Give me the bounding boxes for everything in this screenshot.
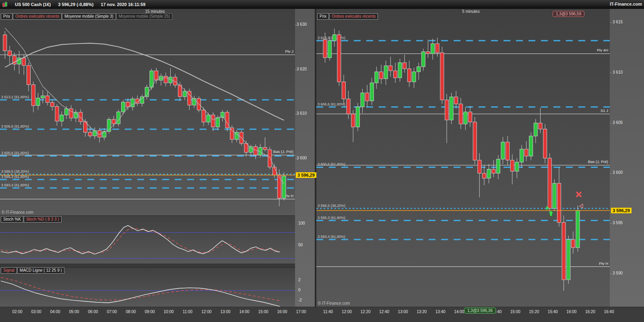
time-axis-tick: 12:20 (361, 310, 371, 314)
candle-down (436, 43, 439, 52)
price-axis-tick: 3 610 (613, 70, 623, 74)
candle-down (482, 173, 486, 178)
candle-up (501, 142, 505, 159)
candle-up (117, 112, 120, 124)
legend-item-prix[interactable]: Prix (317, 13, 329, 20)
price-axis-tick: 3 630 (297, 22, 307, 27)
candle-down (454, 97, 458, 104)
right-chart-legend: PrixOrdres exécutés récents (317, 13, 378, 20)
price-axis-tick: 3 590 (613, 271, 623, 275)
candle-up (361, 93, 364, 107)
close-position-marker[interactable] (577, 192, 581, 196)
candle-up (282, 176, 286, 198)
candle-up (398, 63, 402, 78)
candle-down (8, 51, 12, 56)
candle-down (562, 223, 566, 280)
indicator-axis-tick: 2 (298, 278, 301, 282)
candle-up (36, 98, 40, 106)
time-axis-tick: 16:00 (277, 310, 287, 314)
candle-up (221, 112, 224, 118)
right-price-plot (316, 29, 610, 291)
chart-canvas (0, 0, 644, 322)
time-axis-tick: 16:40 (604, 310, 614, 314)
candle-down (263, 147, 267, 150)
candle-down (394, 71, 397, 78)
title-bar: US 500 Cash (1€) 3 596,29 (-0,88%) 17 no… (0, 0, 644, 9)
indicator-axis-tick: 50 (298, 243, 303, 247)
candle-down (69, 109, 73, 118)
buy-arrow-marker[interactable] (549, 211, 553, 216)
candle-up (183, 91, 186, 97)
candle-down (365, 93, 369, 101)
candle-up (216, 118, 220, 127)
candle-up (534, 123, 537, 136)
time-axis-tick: 16:00 (566, 310, 576, 314)
candle-up (60, 115, 64, 122)
legend-item-ordres-ex-cut-s-r-cents[interactable]: Ordres exécutés récents (13, 13, 62, 20)
candle-up (487, 169, 491, 178)
candles (323, 29, 580, 291)
legend-item-signal[interactable]: Signal (1, 267, 17, 274)
candle-down (27, 66, 31, 85)
time-axis-tick: 04:00 (50, 310, 60, 314)
candle-down (347, 99, 350, 114)
time-axis-tick: 15:20 (529, 310, 539, 314)
left-price-plot (0, 28, 295, 206)
candle-down (337, 35, 341, 82)
candle-down (389, 66, 392, 71)
macd-plot (0, 277, 295, 306)
time-axis-tick: 15:40 (548, 310, 558, 314)
time-axis-tick: 03:00 (31, 310, 41, 314)
time-axis-tick: 13:20 (417, 310, 427, 314)
legend-item-macd-ligne-12-25-9-[interactable]: MACD Ligne ( 12 25 9 ) (17, 267, 64, 274)
candle-down (478, 160, 481, 173)
watermark: © IT-Finance.com (318, 301, 350, 305)
indicator-axis-tick: 100 (298, 221, 305, 225)
candle-up (529, 136, 533, 156)
time-axis-tick: 13:00 (220, 310, 230, 314)
candle-down (211, 115, 215, 127)
price-axis-tick: 3 605 (613, 120, 623, 125)
pending-order-badge[interactable]: 1,3@3 596,59 (553, 11, 584, 17)
time-axis-tick: 05:00 (69, 310, 79, 314)
legend-item-ordres-ex-cut-s-r-cents[interactable]: Ordres exécutés récents (329, 13, 378, 20)
candle-up (41, 96, 45, 98)
time-axis[interactable] (0, 307, 644, 322)
candle-down (202, 110, 205, 122)
candle-down (403, 63, 407, 69)
price-axis-tick: 3 610 (297, 111, 307, 116)
legend-item-moyenne-mobile-simple-25-[interactable]: Moyenne mobile (Simple 25) (116, 13, 172, 20)
legend-item-stoch-%k[interactable]: Stoch %K (1, 216, 23, 223)
candle-down (22, 58, 26, 66)
filled-order-badge[interactable]: 1,3@3 596,36 (464, 308, 496, 314)
candle-up (464, 112, 467, 124)
candle-down (342, 82, 346, 99)
candle-up (370, 83, 374, 101)
legend-item-stoch-%d-8-3-3-[interactable]: Stoch %D ( 8 3 3 ) (24, 216, 62, 223)
candle-up (576, 211, 580, 248)
left-current-price-tag: 3 596,29 (296, 172, 316, 178)
exit-marker (580, 204, 583, 208)
candle-down (469, 112, 472, 122)
time-axis-tick: 08:00 (126, 310, 136, 314)
price-axis-tick: 3 595 (613, 221, 623, 225)
instrument-name: US 500 Cash (1€) (15, 2, 51, 7)
time-axis-tick: 14:00 (454, 310, 464, 314)
candle-down (112, 120, 116, 124)
candle-up (421, 52, 425, 66)
ma-simple-3 (5, 28, 284, 184)
candle-down (557, 183, 561, 222)
legend-item-moyenne-mobile-simple-3-[interactable]: Moyenne mobile (Simple 3) (62, 13, 116, 20)
candle-up (412, 72, 416, 82)
candle-up (332, 35, 336, 41)
candle-up (122, 102, 125, 112)
time-axis-tick: 10:00 (163, 310, 173, 314)
right-chart-timeframe: 5 minutes (462, 9, 479, 14)
candle-down (426, 52, 430, 54)
time-axis-tick: 06:00 (88, 310, 98, 314)
candle-up (417, 67, 421, 72)
legend-item-prix[interactable]: Prix (1, 13, 12, 20)
candle-down (31, 85, 35, 105)
right-current-price-tag: 3 596,29 (611, 208, 632, 213)
time-axis-tick: 11:00 (183, 310, 192, 314)
